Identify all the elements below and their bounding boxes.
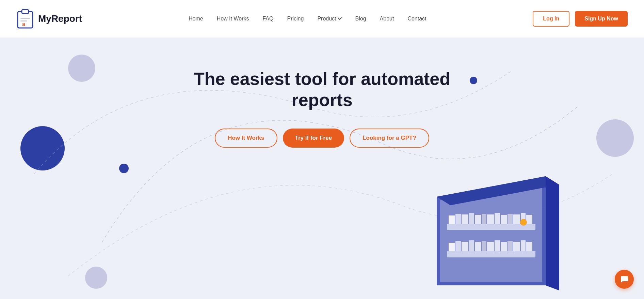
svg-rect-14 (501, 215, 507, 224)
svg-rect-15 (508, 214, 513, 224)
hero-title: The easiest tool for automated reports (169, 68, 475, 111)
svg-rect-11 (482, 214, 486, 224)
chat-icon (620, 275, 629, 284)
hero-section: The easiest tool for automated reports H… (0, 38, 644, 299)
deco-circle-gray1 (68, 55, 95, 82)
deco-circle-blue-large (20, 126, 65, 170)
hero-how-it-works-button[interactable]: How It Works (215, 129, 277, 148)
logo-icon: a (16, 9, 34, 29)
login-button[interactable]: Log In (533, 11, 569, 27)
brand-name: MyReport (38, 13, 82, 24)
hero-buttons: How It Works Try if for Free Looking for… (215, 129, 429, 148)
svg-rect-27 (495, 240, 500, 251)
hero-gpt-button[interactable]: Looking for a GPT? (350, 129, 429, 148)
signup-button[interactable]: Sign Up Now (575, 11, 628, 27)
svg-rect-29 (508, 241, 513, 251)
svg-rect-21 (455, 241, 461, 251)
hero-illustration (403, 156, 580, 299)
svg-point-33 (520, 219, 527, 226)
nav-pricing[interactable]: Pricing (287, 16, 304, 21)
svg-rect-1 (22, 10, 29, 14)
svg-rect-19 (447, 251, 535, 257)
logo-link[interactable]: a MyReport (16, 9, 82, 29)
hero-try-free-button[interactable]: Try if for Free (283, 129, 344, 148)
svg-rect-22 (462, 242, 468, 251)
nav-faq[interactable]: FAQ (262, 16, 273, 21)
svg-rect-28 (501, 242, 507, 251)
svg-rect-23 (469, 240, 474, 251)
nav-home[interactable]: Home (189, 16, 203, 21)
svg-rect-26 (487, 242, 494, 251)
svg-rect-9 (469, 213, 474, 224)
svg-rect-12 (487, 214, 494, 224)
svg-rect-18 (526, 215, 532, 224)
svg-rect-31 (521, 240, 526, 251)
svg-rect-2 (20, 18, 30, 19)
nav-contact[interactable]: Contact (407, 16, 426, 21)
svg-rect-24 (475, 242, 481, 251)
svg-rect-7 (455, 214, 461, 224)
deco-circle-blue-small1 (119, 164, 129, 173)
svg-rect-16 (513, 214, 520, 224)
svg-rect-13 (495, 213, 500, 224)
nav-actions: Log In Sign Up Now (533, 11, 628, 27)
deco-circle-gray-small (85, 267, 107, 289)
svg-rect-6 (449, 215, 455, 224)
chevron-down-icon (338, 17, 342, 20)
nav-links: Home How It Works FAQ Pricing Product Bl… (189, 16, 426, 22)
chat-widget[interactable] (615, 270, 634, 289)
nav-product[interactable]: Product (317, 16, 341, 22)
svg-rect-32 (526, 242, 532, 251)
svg-rect-25 (482, 241, 486, 251)
svg-rect-8 (462, 214, 468, 224)
svg-text:a: a (22, 21, 25, 27)
svg-rect-30 (513, 242, 520, 251)
nav-about[interactable]: About (380, 16, 394, 21)
nav-how-it-works[interactable]: How It Works (217, 16, 249, 21)
svg-rect-10 (475, 215, 481, 224)
svg-rect-20 (449, 243, 455, 251)
nav-blog[interactable]: Blog (355, 16, 366, 21)
deco-circle-gray-right (596, 119, 634, 157)
navbar: a MyReport Home How It Works FAQ Pricing… (0, 0, 644, 38)
